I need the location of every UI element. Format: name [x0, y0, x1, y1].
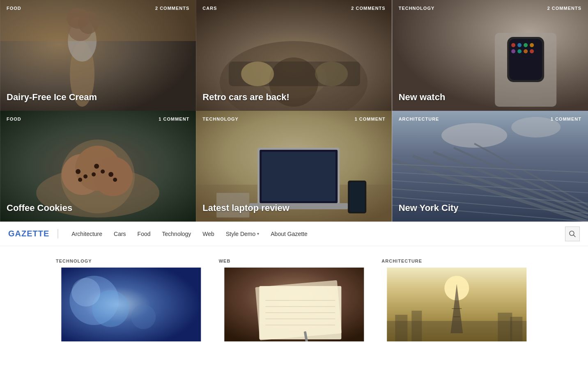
hero-comments-icecream: 2 COMMENTS [155, 6, 189, 11]
nav-item-technology[interactable]: Technology [157, 227, 196, 240]
svg-point-69 [131, 304, 156, 329]
hero-grid: FOOD 2 COMMENTS Dairy-Free Ice Cream C [0, 0, 588, 222]
nav-link-architecture[interactable]: Architecture [67, 227, 107, 240]
card-image-web [219, 268, 370, 341]
card-image-technology [56, 268, 207, 341]
hero-item-nyc[interactable]: ARCHITECTURE 1 COMMENT New York City [392, 111, 588, 222]
nav-item-styledemo[interactable]: Style Demo ▾ [221, 227, 264, 240]
nav-item-web[interactable]: Web [198, 227, 219, 240]
svg-rect-88 [510, 317, 523, 341]
lower-grid: TECHNOLOGY WEB [56, 259, 532, 341]
svg-rect-85 [395, 315, 408, 341]
card-tag-technology: TECHNOLOGY [56, 259, 207, 263]
hero-tag-watch: TECHNOLOGY [399, 6, 435, 11]
navbar-nav: Architecture Cars Food Technology Web St… [67, 227, 565, 240]
hero-item-icecream[interactable]: FOOD 2 COMMENTS Dairy-Free Ice Cream [0, 0, 196, 111]
lower-card-technology[interactable]: TECHNOLOGY [56, 259, 207, 341]
nav-item-about[interactable]: About Gazette [266, 227, 312, 240]
svg-point-68 [71, 278, 100, 307]
nav-link-web[interactable]: Web [198, 227, 219, 240]
nav-link-technology[interactable]: Technology [157, 227, 196, 240]
card-image-architecture [381, 268, 532, 341]
svg-rect-87 [498, 313, 512, 341]
nav-link-food[interactable]: Food [133, 227, 156, 240]
hero-tag-cars: CARS [202, 6, 217, 11]
hero-tag-icecream: FOOD [7, 6, 21, 11]
navbar-brand[interactable]: GAZETTE [8, 229, 58, 238]
hero-title-nyc: New York City [399, 202, 459, 214]
hero-title-icecream: Dairy-Free Ice Cream [7, 92, 97, 103]
nav-item-food[interactable]: Food [133, 227, 156, 240]
hero-tag-cookies: FOOD [7, 117, 21, 121]
lower-card-architecture[interactable]: ARCHITECTURE [381, 259, 532, 341]
hero-comments-laptop: 1 COMMENT [355, 117, 386, 121]
nav-link-styledemo-label: Style Demo [226, 231, 255, 237]
lower-card-web[interactable]: WEB [219, 259, 370, 341]
hero-item-cars[interactable]: CARS 2 COMMENTS Retro cars are back! [196, 0, 392, 111]
hero-title-cars: Retro cars are back! [202, 92, 289, 103]
hero-comments-cookies: 1 COMMENT [158, 117, 189, 121]
nav-link-about[interactable]: About Gazette [266, 227, 312, 240]
search-button[interactable] [565, 227, 580, 241]
hero-title-watch: New watch [399, 92, 446, 103]
hero-title-laptop: Latest laptop review [202, 202, 289, 214]
hero-comments-cars: 2 COMMENTS [351, 6, 385, 11]
hero-item-laptop[interactable]: TECHNOLOGY 1 COMMENT Latest laptop revie… [196, 111, 392, 222]
card-tag-web: WEB [219, 259, 370, 263]
svg-line-64 [574, 235, 576, 237]
card-tag-architecture: ARCHITECTURE [381, 259, 532, 263]
hero-item-watch[interactable]: TECHNOLOGY 2 COMMENTS New watch [392, 0, 588, 111]
svg-rect-86 [412, 311, 422, 341]
hero-comments-watch: 2 COMMENTS [547, 6, 581, 11]
nav-link-cars[interactable]: Cars [109, 227, 131, 240]
lower-section: TECHNOLOGY WEB [48, 246, 540, 354]
nav-link-styledemo[interactable]: Style Demo ▾ [221, 227, 264, 240]
hero-tag-nyc: ARCHITECTURE [399, 117, 439, 121]
navbar: GAZETTE Architecture Cars Food Technolog… [0, 222, 588, 246]
nav-item-architecture[interactable]: Architecture [67, 227, 107, 240]
chevron-down-icon: ▾ [257, 231, 259, 236]
hero-tag-laptop: TECHNOLOGY [202, 117, 239, 121]
hero-title-cookies: Coffee Cookies [7, 202, 72, 214]
nav-item-cars[interactable]: Cars [109, 227, 131, 240]
hero-comments-nyc: 1 COMMENT [551, 117, 581, 121]
hero-item-cookies[interactable]: FOOD 1 COMMENT Coffee Cookies [0, 111, 196, 222]
search-icon [569, 231, 576, 237]
